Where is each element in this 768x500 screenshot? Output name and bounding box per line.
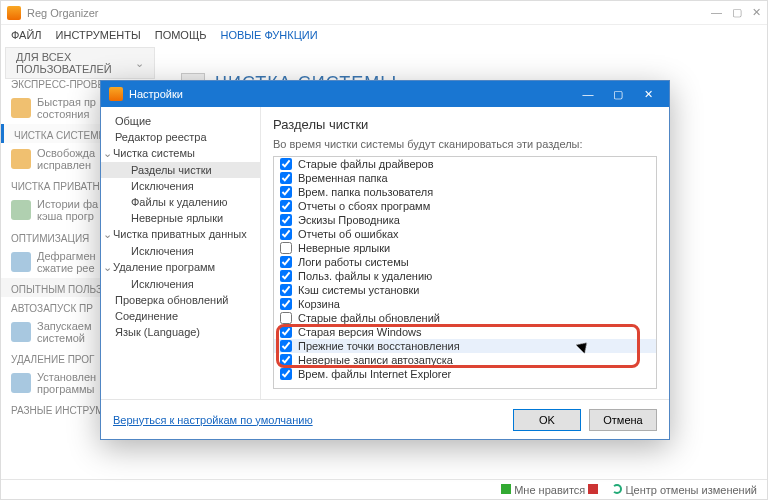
checkbox[interactable] — [280, 242, 292, 254]
checklist-item[interactable]: Корзина — [274, 297, 656, 311]
close-icon[interactable]: ✕ — [752, 6, 761, 19]
checklist-item[interactable]: Временная папка — [274, 171, 656, 185]
ok-button[interactable]: OK — [513, 409, 581, 431]
checklist-item[interactable]: Неверные записи автозапуска — [274, 353, 656, 367]
app-title: Reg Organizer — [27, 7, 711, 19]
tree-item[interactable]: Редактор реестра — [101, 129, 260, 145]
status-bar: Мне нравится Центр отмены изменений — [1, 479, 767, 499]
dialog-maximize-icon[interactable]: ▢ — [605, 84, 631, 104]
cancel-button[interactable]: Отмена — [589, 409, 657, 431]
tree-item[interactable]: Исключения — [101, 243, 260, 259]
checklist-label: Отчеты об ошибках — [298, 228, 399, 240]
thumb-up-icon — [501, 484, 511, 494]
checklist-label: Неверные записи автозапуска — [298, 354, 453, 366]
dialog-titlebar: Настройки — ▢ ✕ — [101, 81, 669, 107]
checklist-label: Старые файлы обновлений — [298, 312, 440, 324]
checkbox[interactable] — [280, 312, 292, 324]
panel-title: Разделы чистки — [273, 117, 657, 132]
chevron-down-icon: ⌄ — [135, 57, 144, 70]
menu-bar: ФАЙЛ ИНСТРУМЕНТЫ ПОМОЩЬ НОВЫЕ ФУНКЦИИ — [1, 25, 767, 45]
checklist-label: Логи работы системы — [298, 256, 409, 268]
checkbox[interactable] — [280, 284, 292, 296]
checkbox[interactable] — [280, 368, 292, 380]
panel-subtitle: Во время чистки системы будут сканироват… — [273, 138, 657, 150]
window-buttons: — ▢ ✕ — [711, 6, 761, 19]
checklist-item[interactable]: Отчеты о сбоях программ — [274, 199, 656, 213]
dialog-title: Настройки — [129, 88, 575, 100]
checklist-item[interactable]: Старые файлы драйверов — [274, 157, 656, 171]
dialog-close-icon[interactable]: ✕ — [635, 84, 661, 104]
tree-item[interactable]: ⌄Удаление программ — [101, 259, 260, 276]
checklist-label: Эскизы Проводника — [298, 214, 400, 226]
tree-item[interactable]: Проверка обновлений — [101, 292, 260, 308]
menu-new[interactable]: НОВЫЕ ФУНКЦИИ — [220, 29, 317, 41]
dialog-minimize-icon[interactable]: — — [575, 84, 601, 104]
undo-icon — [612, 484, 622, 494]
settings-dialog: Настройки — ▢ ✕ ОбщиеРедактор реестра⌄Чи… — [100, 80, 670, 440]
like-button[interactable]: Мне нравится — [501, 484, 598, 496]
undo-center[interactable]: Центр отмены изменений — [612, 484, 757, 496]
checkbox[interactable] — [280, 158, 292, 170]
dialog-icon — [109, 87, 123, 101]
checkbox[interactable] — [280, 186, 292, 198]
checklist-label: Старые файлы драйверов — [298, 158, 434, 170]
checklist-item[interactable]: Эскизы Проводника — [274, 213, 656, 227]
checkbox[interactable] — [280, 214, 292, 226]
app-icon — [7, 6, 21, 20]
maximize-icon[interactable]: ▢ — [732, 6, 742, 19]
checklist-label: Отчеты о сбоях программ — [298, 200, 430, 212]
checklist-item[interactable]: Отчеты об ошибках — [274, 227, 656, 241]
checkbox[interactable] — [280, 228, 292, 240]
checklist-label: Врем. файлы Internet Explorer — [298, 368, 451, 380]
checklist-label: Прежние точки восстановления — [298, 340, 460, 352]
settings-panel: Разделы чистки Во время чистки системы б… — [261, 107, 669, 399]
checklist-item[interactable]: Неверные ярлыки — [274, 241, 656, 255]
minimize-icon[interactable]: — — [711, 6, 722, 19]
tree-item[interactable]: Файлы к удалению — [101, 194, 260, 210]
checklist-item[interactable]: Старая версия Windows — [274, 325, 656, 339]
tree-item[interactable]: Язык (Language) — [101, 324, 260, 340]
tree-item[interactable]: Общие — [101, 113, 260, 129]
checklist-label: Временная папка — [298, 172, 388, 184]
checkbox[interactable] — [280, 298, 292, 310]
main-titlebar: Reg Organizer — ▢ ✕ — [1, 1, 767, 25]
checklist-item[interactable]: Врем. папка пользователя — [274, 185, 656, 199]
tree-item[interactable]: ⌄Чистка системы — [101, 145, 260, 162]
checkbox[interactable] — [280, 326, 292, 338]
menu-file[interactable]: ФАЙЛ — [11, 29, 42, 41]
checklist-label: Врем. папка пользователя — [298, 186, 433, 198]
checkbox[interactable] — [280, 200, 292, 212]
checkbox[interactable] — [280, 340, 292, 352]
checkbox[interactable] — [280, 256, 292, 268]
tree-item[interactable]: Исключения — [101, 276, 260, 292]
checklist-label: Корзина — [298, 298, 340, 310]
tree-item[interactable]: Соединение — [101, 308, 260, 324]
tree-item[interactable]: Разделы чистки — [101, 162, 260, 178]
reset-defaults-link[interactable]: Вернуться к настройкам по умолчанию — [113, 414, 313, 426]
menu-help[interactable]: ПОМОЩЬ — [155, 29, 207, 41]
checklist-item[interactable]: Польз. файлы к удалению — [274, 269, 656, 283]
checkbox[interactable] — [280, 354, 292, 366]
thumb-down-icon — [588, 484, 598, 494]
menu-tools[interactable]: ИНСТРУМЕНТЫ — [56, 29, 141, 41]
checklist-label: Кэш системы установки — [298, 284, 420, 296]
checklist-item[interactable]: Прежние точки восстановления — [274, 339, 656, 353]
checklist-item[interactable]: Кэш системы установки — [274, 283, 656, 297]
dialog-footer: Вернуться к настройкам по умолчанию OK О… — [101, 399, 669, 439]
tree-item[interactable]: ⌄Чистка приватных данных — [101, 226, 260, 243]
tree-item[interactable]: Неверные ярлыки — [101, 210, 260, 226]
checklist-label: Старая версия Windows — [298, 326, 421, 338]
checklist-label: Польз. файлы к удалению — [298, 270, 432, 282]
checklist-label: Неверные ярлыки — [298, 242, 390, 254]
cleanup-checklist: Старые файлы драйверовВременная папкаВре… — [273, 156, 657, 389]
checklist-item[interactable]: Врем. файлы Internet Explorer — [274, 367, 656, 381]
settings-tree: ОбщиеРедактор реестра⌄Чистка системыРазд… — [101, 107, 261, 399]
checkbox[interactable] — [280, 270, 292, 282]
checkbox[interactable] — [280, 172, 292, 184]
checklist-item[interactable]: Старые файлы обновлений — [274, 311, 656, 325]
checklist-item[interactable]: Логи работы системы — [274, 255, 656, 269]
tree-item[interactable]: Исключения — [101, 178, 260, 194]
